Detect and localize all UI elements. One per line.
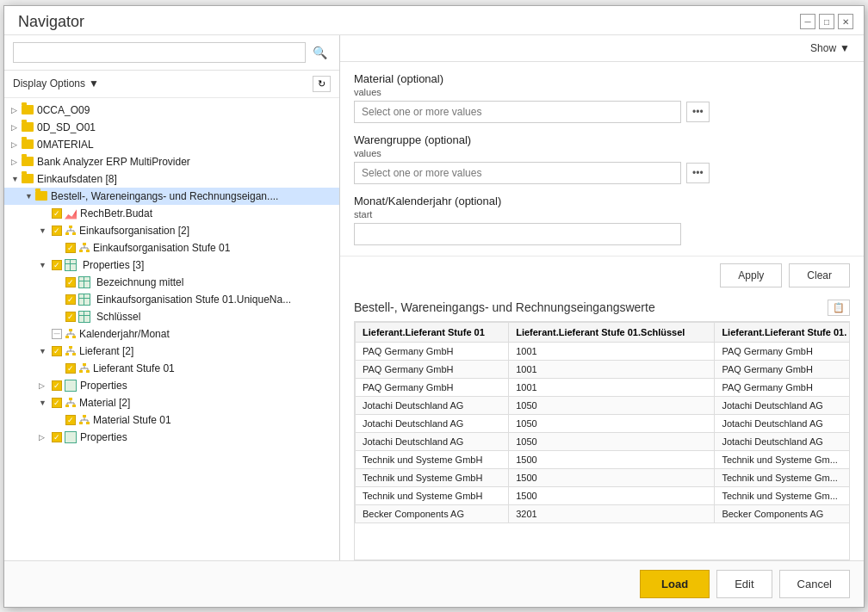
- col-header-1: Lieferant.Lieferant Stufe 01: [356, 322, 509, 342]
- table-cell: Technik und Systeme GmbH: [356, 468, 509, 486]
- load-button[interactable]: Load: [640, 570, 710, 598]
- tree-item-einkauforg[interactable]: ▼ ✓ Einkaufsorganisation [2]: [4, 222, 339, 239]
- checkbox-bezeichnung[interactable]: ✓: [65, 277, 76, 287]
- main-area: 🔍 Display Options ▼ ↻ ▷ 0CCA_O09: [4, 35, 864, 560]
- tree-item-properties-mat[interactable]: ▷ ✓ Properties: [4, 429, 339, 446]
- edit-button[interactable]: Edit: [716, 570, 772, 598]
- svg-rect-29: [79, 370, 83, 373]
- folder-icon-0cca: [22, 105, 34, 114]
- table-row[interactable]: Technik und Systeme GmbH1500Technik und …: [356, 486, 851, 504]
- tree-item-material01[interactable]: ✓ Material Stufe 01: [4, 411, 339, 429]
- table-cell: 1050: [509, 432, 715, 450]
- svg-rect-28: [83, 363, 86, 366]
- table-cell: Jotachi Deutschland AG: [356, 414, 509, 432]
- data-export-button[interactable]: 📋: [828, 300, 850, 316]
- hierarchy-icon-material2: [65, 397, 77, 409]
- folder-icon-bestell: [35, 191, 47, 201]
- svg-rect-23: [72, 353, 76, 355]
- table-row[interactable]: PAQ Germany GmbH1001PAQ Germany GmbH: [356, 342, 851, 360]
- dialog-title: Navigator: [18, 13, 84, 31]
- search-button[interactable]: 🔍: [309, 46, 331, 59]
- param-monat-input[interactable]: [354, 223, 681, 245]
- refresh-button[interactable]: ↻: [313, 76, 331, 92]
- svg-rect-0: [69, 226, 72, 228]
- tree-item-rechbetr[interactable]: ✓ RechBetr.Budat: [4, 205, 339, 222]
- tree-item-0material[interactable]: ▷ 0MATERIAL: [4, 136, 339, 153]
- checkbox-schluessel[interactable]: ✓: [65, 312, 76, 322]
- apply-button[interactable]: Apply: [720, 263, 782, 287]
- table-cell: Jotachi Deutschland AG: [356, 396, 509, 414]
- search-input[interactable]: [13, 42, 306, 63]
- tree-item-einkauforg-unique[interactable]: ✓ Einkaufsorganisation Stufe 01.UniqueNa…: [4, 291, 339, 308]
- checkbox-material01[interactable]: ✓: [65, 415, 76, 425]
- param-warengruppe-input[interactable]: [354, 162, 681, 184]
- show-arrow: ▼: [840, 42, 850, 54]
- tree-item-lieferant01[interactable]: ✓ Lieferant Stufe 01: [4, 360, 339, 377]
- data-table-container[interactable]: Lieferant.Lieferant Stufe 01 Lieferant.L…: [354, 321, 850, 560]
- tree-item-bestell[interactable]: ▼ Bestell-, Wareneingangs- und Rechnungs…: [4, 188, 339, 205]
- checkbox-rechbetr[interactable]: ✓: [52, 208, 62, 219]
- table-cell: 1500: [509, 486, 715, 504]
- svg-rect-21: [69, 346, 72, 349]
- display-options-button[interactable]: Display Options ▼: [13, 77, 99, 90]
- tree-item-einkauf[interactable]: ▼ Einkaufsdaten [8]: [4, 170, 339, 188]
- tree-item-material2[interactable]: ▼ ✓ Material [2]: [4, 394, 339, 411]
- checkbox-properties-mat[interactable]: ✓: [52, 432, 62, 442]
- table-icon-properties-lief: [65, 380, 77, 392]
- table-cell: Technik und Systeme Gm...: [715, 468, 850, 486]
- svg-rect-42: [83, 415, 86, 417]
- table-row[interactable]: PAQ Germany GmbH1001PAQ Germany GmbH: [356, 378, 851, 396]
- checkbox-lieferant01[interactable]: ✓: [65, 363, 76, 374]
- tree-item-label-0sd: 0D_SD_O01: [37, 121, 96, 133]
- tree-item-bezeichnung[interactable]: ✓ Bezeichnung mittel: [4, 274, 339, 291]
- tree-item-0cca[interactable]: ▷ 0CCA_O09: [4, 102, 339, 119]
- checkbox-lieferant2[interactable]: ✓: [52, 346, 62, 356]
- close-button[interactable]: ✕: [838, 14, 853, 29]
- checkbox-properties-lief[interactable]: ✓: [52, 380, 62, 391]
- checkbox-properties3[interactable]: ✓: [52, 260, 62, 270]
- table-row[interactable]: Becker Components AG3201Becker Component…: [356, 504, 851, 522]
- table-row[interactable]: Jotachi Deutschland AG1050Jotachi Deutsc…: [356, 396, 851, 414]
- clear-button[interactable]: Clear: [789, 263, 850, 287]
- table-row[interactable]: Technik und Systeme GmbH1500Technik und …: [356, 468, 851, 486]
- tree-item-schluessel[interactable]: ✓ Schlüssel: [4, 308, 339, 325]
- show-dropdown[interactable]: Show ▼: [810, 42, 850, 54]
- tree-item-0sd[interactable]: ▷ 0D_SD_O01: [4, 119, 339, 136]
- param-material-input[interactable]: [354, 101, 681, 123]
- checkbox-einkauforg-unique[interactable]: ✓: [65, 294, 76, 305]
- tree-item-einkauforg01[interactable]: ✓ Einkaufsorganisation Stufe 01: [4, 239, 339, 257]
- tree-item-properties-lief[interactable]: ▷ ✓ Properties: [4, 377, 339, 394]
- tree-item-bank[interactable]: ▷ Bank Analyzer ERP MultiProvider: [4, 153, 339, 170]
- checkbox-kalender[interactable]: ─: [52, 329, 62, 339]
- navigator-dialog: Navigator ─ □ ✕ 🔍 Display Options ▼ ↻: [3, 5, 865, 608]
- checkbox-material2[interactable]: ✓: [52, 398, 62, 408]
- table-cell: PAQ Germany GmbH: [715, 342, 850, 360]
- cancel-button[interactable]: Cancel: [779, 570, 850, 598]
- tree-item-kalender[interactable]: ─ Kalenderjahr/Monat: [4, 325, 339, 343]
- checkbox-einkauforg01[interactable]: ✓: [65, 243, 76, 253]
- param-monat-input-row: [354, 223, 850, 245]
- minimize-button[interactable]: ─: [800, 14, 815, 29]
- checkbox-einkauforg[interactable]: ✓: [52, 226, 62, 236]
- svg-rect-35: [69, 398, 72, 400]
- table-icon-properties-mat: [65, 431, 77, 443]
- svg-rect-22: [65, 353, 69, 355]
- table-row[interactable]: Jotachi Deutschland AG1050Jotachi Deutsc…: [356, 432, 851, 450]
- tree-item-label-bank: Bank Analyzer ERP MultiProvider: [37, 156, 190, 168]
- table-cell: Becker Components AG: [715, 504, 850, 522]
- tree-item-label-properties-lief: Properties: [80, 380, 127, 392]
- param-material-dots-button[interactable]: •••: [686, 102, 710, 122]
- tree-item-label-einkauforg: Einkaufsorganisation [2]: [79, 225, 189, 237]
- table-row[interactable]: PAQ Germany GmbH1001PAQ Germany GmbH: [356, 360, 851, 378]
- restore-button[interactable]: □: [819, 14, 834, 29]
- tree-area[interactable]: ▷ 0CCA_O09 ▷ 0D_SD_O01 ▷ 0MATERIAL: [4, 98, 339, 560]
- table-cell: PAQ Germany GmbH: [356, 378, 509, 396]
- table-row[interactable]: Technik und Systeme GmbH1500Technik und …: [356, 450, 851, 468]
- table-cell: 1001: [509, 378, 715, 396]
- tree-item-lieferant2[interactable]: ▼ ✓ Lieferant [2]: [4, 343, 339, 360]
- tree-item-properties3[interactable]: ▼ ✓ Properties [3]: [4, 257, 339, 274]
- table-row[interactable]: Jotachi Deutschland AG1050Jotachi Deutsc…: [356, 414, 851, 432]
- tree-item-label-bestell: Bestell-, Wareneingangs- und Rechnungsei…: [51, 190, 278, 202]
- param-warengruppe-dots-button[interactable]: •••: [686, 163, 710, 183]
- display-options-label: Display Options: [13, 77, 85, 90]
